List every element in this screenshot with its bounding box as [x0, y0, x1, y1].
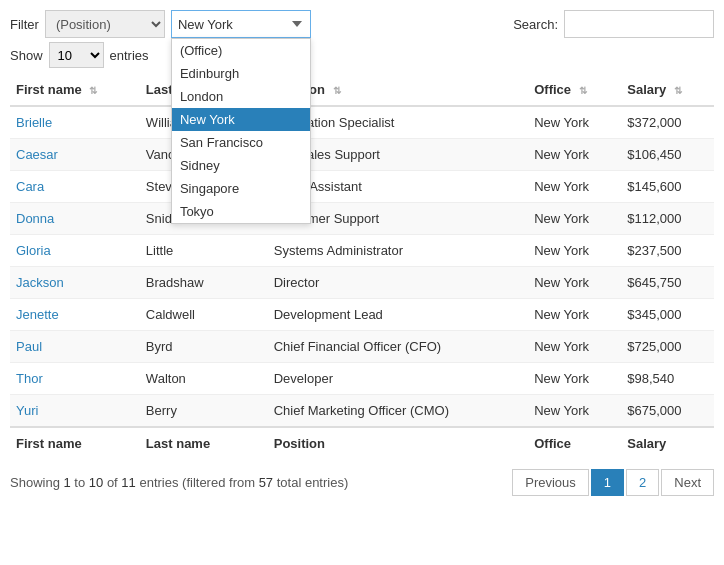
cell-first-name: Gloria [10, 235, 140, 267]
col-header-salary[interactable]: Salary ⇅ [621, 74, 714, 106]
filter-ny-select[interactable]: New York [171, 10, 311, 38]
entries-label: entries [110, 48, 149, 63]
table-row: ThorWaltonDeveloperNew York$98,540 [10, 363, 714, 395]
filter-ny-wrapper: New York (Office)EdinburghLondonNew York… [171, 10, 311, 38]
cell-office: New York [528, 106, 621, 139]
cell-position: Director [268, 267, 528, 299]
cell-last-name: Byrd [140, 331, 268, 363]
col-header-first-name[interactable]: First name ⇅ [10, 74, 140, 106]
pagination-previous-button[interactable]: Previous [512, 469, 589, 496]
dropdown-item-singapore[interactable]: Singapore [172, 177, 310, 200]
sort-icon-office: ⇅ [579, 85, 587, 96]
pagination: Previous12Next [512, 469, 714, 496]
entries-info: Showing 1 to 10 of 11 entries (filtered … [10, 475, 348, 490]
dropdown-item-edinburgh[interactable]: Edinburgh [172, 62, 310, 85]
cell-office: New York [528, 363, 621, 395]
dropdown-item-office[interactable]: (Office) [172, 39, 310, 62]
pagination-page-1[interactable]: 1 [591, 469, 624, 496]
table-row: CaraStevensSales AssistantNew York$145,6… [10, 171, 714, 203]
cell-position: Chief Financial Officer (CFO) [268, 331, 528, 363]
cell-office: New York [528, 139, 621, 171]
cell-position: Systems Administrator [268, 235, 528, 267]
cell-first-name: Jackson [10, 267, 140, 299]
footer-col-first-name: First name [10, 427, 140, 459]
sort-icon-position: ⇅ [333, 85, 341, 96]
pagination-page-2[interactable]: 2 [626, 469, 659, 496]
table-row: YuriBerryChief Marketing Officer (CMO)Ne… [10, 395, 714, 428]
table-body: BrielleWilliamsonIntegration SpecialistN… [10, 106, 714, 427]
cell-office: New York [528, 203, 621, 235]
dropdown-item-sidney[interactable]: Sidney [172, 154, 310, 177]
col-header-office[interactable]: Office ⇅ [528, 74, 621, 106]
table-row: PaulByrdChief Financial Officer (CFO)New… [10, 331, 714, 363]
cell-office: New York [528, 235, 621, 267]
table-row: BrielleWilliamsonIntegration SpecialistN… [10, 106, 714, 139]
cell-position: Development Lead [268, 299, 528, 331]
table-row: JacksonBradshawDirectorNew York$645,750 [10, 267, 714, 299]
cell-last-name: Berry [140, 395, 268, 428]
filter-position-select[interactable]: (Position) [45, 10, 165, 38]
footer-col-last-name: Last name [140, 427, 268, 459]
cell-salary: $112,000 [621, 203, 714, 235]
cell-first-name: Paul [10, 331, 140, 363]
dropdown-item-tokyo[interactable]: Tokyo [172, 200, 310, 223]
dropdown-item-london[interactable]: London [172, 85, 310, 108]
table-footer-row: First name Last name Position Office Sal… [10, 427, 714, 459]
search-label: Search: [513, 17, 558, 32]
cell-first-name: Jenette [10, 299, 140, 331]
cell-last-name: Walton [140, 363, 268, 395]
cell-last-name: Little [140, 235, 268, 267]
cell-salary: $725,000 [621, 331, 714, 363]
cell-office: New York [528, 171, 621, 203]
footer-col-salary: Salary [621, 427, 714, 459]
cell-salary: $675,000 [621, 395, 714, 428]
show-label: Show [10, 48, 43, 63]
search-input[interactable] [564, 10, 714, 38]
pagination-next-button[interactable]: Next [661, 469, 714, 496]
table-row: CaesarVancePre-Sales SupportNew York$106… [10, 139, 714, 171]
filter-dropdown-menu: (Office)EdinburghLondonNew YorkSan Franc… [171, 38, 311, 224]
show-entries-select[interactable]: 10 [49, 42, 104, 68]
cell-salary: $106,450 [621, 139, 714, 171]
sort-icon-salary: ⇅ [674, 85, 682, 96]
cell-position: Chief Marketing Officer (CMO) [268, 395, 528, 428]
cell-salary: $145,600 [621, 171, 714, 203]
cell-first-name: Yuri [10, 395, 140, 428]
cell-first-name: Donna [10, 203, 140, 235]
filter-label: Filter [10, 17, 39, 32]
cell-office: New York [528, 331, 621, 363]
table-row: GloriaLittleSystems AdministratorNew Yor… [10, 235, 714, 267]
cell-salary: $237,500 [621, 235, 714, 267]
cell-first-name: Thor [10, 363, 140, 395]
footer-col-office: Office [528, 427, 621, 459]
cell-salary: $645,750 [621, 267, 714, 299]
table-header-row: First name ⇅ Last name ⇅ Position ⇅ Offi… [10, 74, 714, 106]
cell-first-name: Brielle [10, 106, 140, 139]
cell-last-name: Bradshaw [140, 267, 268, 299]
sort-icon-first-name: ⇅ [89, 85, 97, 96]
cell-office: New York [528, 267, 621, 299]
cell-salary: $345,000 [621, 299, 714, 331]
dropdown-item-san_francisco[interactable]: San Francisco [172, 131, 310, 154]
cell-office: New York [528, 395, 621, 428]
table-row: JenetteCaldwellDevelopment LeadNew York$… [10, 299, 714, 331]
cell-salary: $98,540 [621, 363, 714, 395]
cell-last-name: Caldwell [140, 299, 268, 331]
cell-salary: $372,000 [621, 106, 714, 139]
cell-office: New York [528, 299, 621, 331]
data-table: First name ⇅ Last name ⇅ Position ⇅ Offi… [10, 74, 714, 459]
cell-position: Developer [268, 363, 528, 395]
footer-col-position: Position [268, 427, 528, 459]
cell-first-name: Caesar [10, 139, 140, 171]
dropdown-item-new_york[interactable]: New York [172, 108, 310, 131]
cell-first-name: Cara [10, 171, 140, 203]
table-row: DonnaSniderCustomer SupportNew York$112,… [10, 203, 714, 235]
